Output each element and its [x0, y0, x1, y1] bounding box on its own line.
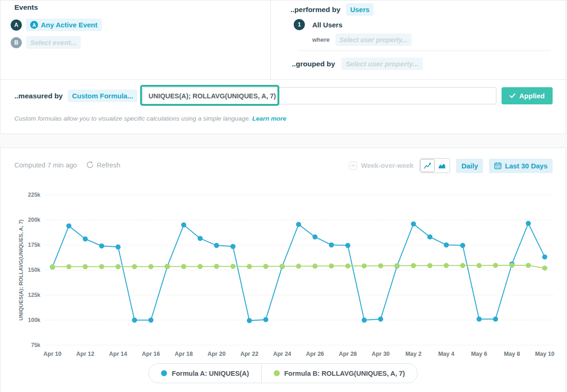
- svg-text:May 6: May 6: [471, 351, 487, 357]
- event-segmentation-page: Events A A Any Active Event B Select eve…: [0, 0, 567, 392]
- applied-label: Applied: [519, 92, 545, 100]
- event-selector-a-label: Any Active Event: [41, 21, 97, 29]
- refresh-button[interactable]: Refresh: [85, 161, 121, 169]
- formula-a-color-dot: [161, 370, 167, 376]
- panel-divider: [271, 0, 271, 79]
- where-row: where Select user property...: [312, 33, 412, 46]
- svg-text:150k: 150k: [28, 267, 40, 273]
- svg-text:May 4: May 4: [438, 351, 454, 357]
- svg-text:Apr 10: Apr 10: [44, 351, 62, 357]
- performed-by-type-selector[interactable]: Users: [346, 3, 374, 16]
- chart-type-toggle: [419, 158, 450, 173]
- week-over-week-toggle[interactable]: Week-over-week: [349, 161, 413, 170]
- event-selector-b[interactable]: Select event...: [26, 36, 81, 49]
- performed-by-label: ..performed by: [290, 6, 341, 14]
- svg-text:Apr 20: Apr 20: [207, 351, 226, 357]
- svg-text:75k: 75k: [31, 342, 40, 348]
- area-chart-toggle[interactable]: [435, 159, 449, 172]
- legend-item-formula-a[interactable]: Formula A: UNIQUES(A): [149, 364, 261, 383]
- event-row-a: A A Any Active Event: [11, 19, 102, 31]
- week-over-week-label: Week-over-week: [361, 162, 413, 169]
- chart-legend: Formula A: UNIQUES(A) Formula B: ROLLAVG…: [0, 363, 566, 383]
- event-badge-a: A: [11, 19, 22, 31]
- legend-formula-a-label: Formula A: UNIQUES(A): [172, 370, 249, 377]
- grouped-by-row: ..grouped by Select user property...: [292, 58, 423, 70]
- measured-by-row: ..measured by Custom Formula... Applied: [0, 79, 566, 112]
- measured-by-label: ..measured by: [14, 92, 63, 100]
- learn-more-link[interactable]: Learn more: [252, 115, 287, 122]
- where-property-selector[interactable]: Select user property...: [335, 33, 412, 46]
- all-users-row: 1 All Users: [294, 19, 342, 30]
- legend-formula-b-label: Formula B: ROLLAVG(UNIQUES, A, 7): [284, 370, 405, 377]
- svg-text:125k: 125k: [28, 292, 40, 298]
- event-row-b: B Select event...: [11, 36, 81, 49]
- formula-b-color-dot: [274, 370, 280, 376]
- event-selector-a[interactable]: A Any Active Event: [26, 19, 102, 31]
- computed-timestamp: Computed 7 min ago: [14, 161, 77, 169]
- svg-text:225k: 225k: [28, 192, 40, 198]
- svg-text:Apr 26: Apr 26: [306, 351, 324, 357]
- line-chart-icon: [424, 162, 432, 169]
- formula-input-wrap: [142, 87, 496, 104]
- events-title: Events: [14, 3, 38, 12]
- svg-text:100k: 100k: [28, 317, 40, 323]
- date-range-selector[interactable]: Last 30 Days: [489, 159, 553, 173]
- chart-controls: Week-over-week Daily: [349, 158, 553, 173]
- refresh-icon: [85, 161, 94, 169]
- svg-text:May 2: May 2: [406, 351, 422, 357]
- refresh-label: Refresh: [97, 161, 121, 169]
- svg-text:Apr 18: Apr 18: [174, 351, 193, 357]
- chart-status-bar: Computed 7 min ago Refresh: [14, 161, 120, 169]
- svg-text:May 10: May 10: [535, 351, 554, 357]
- checkbox-indeterminate-icon: [349, 161, 357, 170]
- interval-selector[interactable]: Daily: [456, 159, 483, 173]
- svg-text:175k: 175k: [28, 242, 40, 248]
- svg-text:Apr 24: Apr 24: [273, 351, 291, 357]
- chart-panel: Computed 7 min ago Refresh Week-over-wee…: [0, 148, 566, 392]
- line-chart-toggle[interactable]: [420, 159, 435, 172]
- date-range-label: Last 30 Days: [505, 162, 548, 170]
- grouped-by-property-selector[interactable]: Select user property...: [341, 58, 423, 70]
- grouped-by-label: ..grouped by: [292, 60, 335, 68]
- svg-text:Apr 14: Apr 14: [109, 351, 127, 357]
- svg-text:Apr 16: Apr 16: [142, 351, 160, 357]
- segment-badge-1: 1: [294, 19, 305, 30]
- where-label: where: [312, 36, 330, 43]
- svg-text:200k: 200k: [28, 217, 40, 223]
- applied-button[interactable]: Applied: [502, 87, 553, 104]
- svg-text:Apr 28: Apr 28: [339, 351, 357, 357]
- check-icon: [509, 93, 515, 98]
- svg-text:Apr 30: Apr 30: [372, 351, 390, 357]
- formula-helper-text: Custom formulas allow you to visualize s…: [14, 115, 286, 122]
- measurement-type-selector[interactable]: Custom Formula...: [68, 90, 137, 102]
- query-builder-panel: Events A A Any Active Event B Select eve…: [0, 0, 566, 134]
- daily-label: Daily: [461, 162, 478, 170]
- legend-item-formula-b[interactable]: Formula B: ROLLAVG(UNIQUES, A, 7): [262, 364, 417, 383]
- segmentation-chart[interactable]: 225k200k175k150k125k100k75kApr 10Apr 12A…: [0, 180, 567, 366]
- active-event-icon: A: [30, 21, 38, 29]
- all-users-label: All Users: [312, 21, 342, 29]
- calendar-icon: [494, 162, 502, 169]
- area-chart-icon: [438, 162, 446, 169]
- event-badge-b: B: [11, 37, 22, 48]
- svg-text:UNIQUES(A); ROLLAVG(UNIQUES, A: UNIQUES(A); ROLLAVG(UNIQUES, A, 7): [18, 219, 24, 321]
- performed-by-row: ..performed by Users: [290, 3, 374, 16]
- formula-input[interactable]: [142, 87, 496, 104]
- svg-text:May 8: May 8: [504, 351, 520, 357]
- svg-text:Apr 22: Apr 22: [240, 351, 258, 357]
- svg-text:Apr 12: Apr 12: [76, 351, 94, 357]
- performed-by-divider: [297, 51, 551, 51]
